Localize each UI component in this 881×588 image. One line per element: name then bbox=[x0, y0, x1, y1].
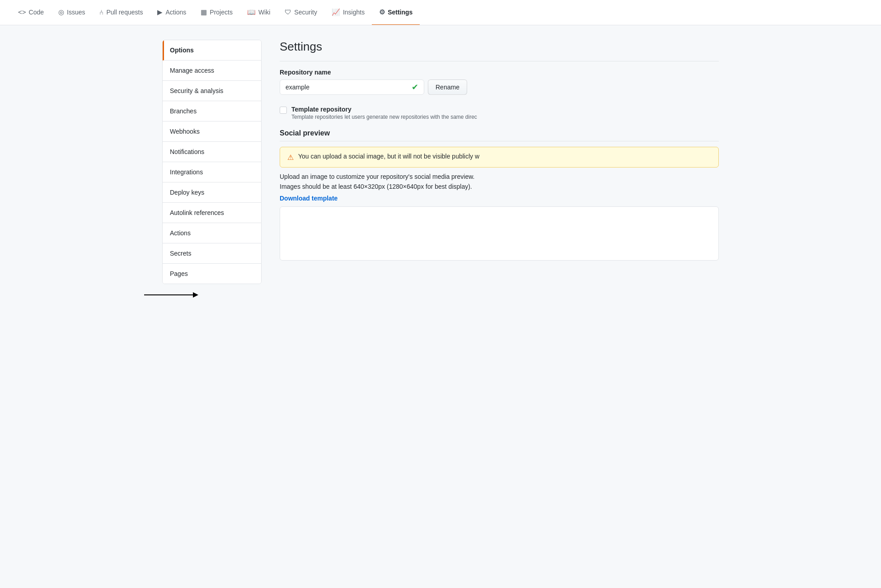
security-icon: 🛡 bbox=[285, 8, 291, 16]
nav-security[interactable]: 🛡 Security bbox=[277, 0, 324, 25]
checkmark-icon: ✔ bbox=[412, 82, 418, 92]
nav-code-label: Code bbox=[29, 9, 44, 16]
insights-icon: 📈 bbox=[332, 8, 340, 16]
nav-pull-requests[interactable]: ⑃ Pull requests bbox=[92, 0, 150, 25]
actions-icon: ▶ bbox=[157, 8, 163, 16]
nav-actions[interactable]: ▶ Actions bbox=[150, 0, 193, 25]
sidebar-item-autolink-references[interactable]: Autolink references bbox=[163, 203, 261, 223]
nav-actions-label: Actions bbox=[165, 9, 186, 16]
repo-name-input[interactable]: example ✔ bbox=[280, 79, 424, 95]
page-container: Options Manage access Security & analysi… bbox=[151, 40, 730, 304]
sidebar-item-options[interactable]: Options bbox=[163, 40, 261, 61]
sidebar-item-webhooks[interactable]: Webhooks bbox=[163, 121, 261, 142]
sidebar-item-secrets[interactable]: Secrets bbox=[163, 243, 261, 264]
template-repo-checkbox[interactable] bbox=[280, 107, 287, 114]
repo-name-value: example bbox=[286, 84, 309, 91]
nav-insights-label: Insights bbox=[343, 9, 365, 16]
sidebar: Options Manage access Security & analysi… bbox=[162, 40, 262, 284]
nav-pull-requests-label: Pull requests bbox=[106, 9, 143, 16]
template-repo-text: Template repository Template repositorie… bbox=[291, 106, 477, 120]
repo-name-section: Repository name example ✔ Rename bbox=[280, 69, 719, 95]
sidebar-item-notifications[interactable]: Notifications bbox=[163, 142, 261, 162]
warning-icon: ⚠ bbox=[287, 153, 294, 162]
arrow-indicator bbox=[144, 289, 198, 300]
warning-text: You can upload a social image, but it wi… bbox=[298, 153, 479, 160]
nav-wiki[interactable]: 📖 Wiki bbox=[240, 0, 277, 25]
nav-security-label: Security bbox=[294, 9, 317, 16]
sidebar-item-actions[interactable]: Actions bbox=[163, 223, 261, 243]
wiki-icon: 📖 bbox=[247, 8, 256, 16]
nav-settings-label: Settings bbox=[388, 9, 412, 16]
svg-marker-1 bbox=[193, 292, 198, 298]
sidebar-item-integrations[interactable]: Integrations bbox=[163, 162, 261, 182]
template-repo-label: Template repository bbox=[291, 106, 477, 113]
template-repo-section: Template repository Template repositorie… bbox=[280, 106, 719, 120]
sidebar-section: Options Manage access Security & analysi… bbox=[162, 40, 262, 304]
social-preview-heading: Social preview bbox=[280, 129, 719, 141]
sidebar-item-branches[interactable]: Branches bbox=[163, 101, 261, 121]
nav-issues-label: Issues bbox=[67, 9, 85, 16]
page-title: Settings bbox=[280, 40, 719, 61]
sidebar-item-deploy-keys[interactable]: Deploy keys bbox=[163, 182, 261, 203]
download-template-link[interactable]: Download template bbox=[280, 195, 337, 202]
upload-description: Upload an image to customize your reposi… bbox=[280, 173, 719, 180]
code-icon: <> bbox=[18, 8, 26, 16]
sidebar-item-manage-access[interactable]: Manage access bbox=[163, 61, 261, 81]
nav-wiki-label: Wiki bbox=[258, 9, 270, 16]
repo-name-input-row: example ✔ Rename bbox=[280, 79, 719, 95]
image-size-desc: Images should be at least 640×320px (128… bbox=[280, 183, 719, 190]
issues-icon: ◎ bbox=[58, 8, 64, 16]
settings-icon: ⚙ bbox=[379, 8, 385, 16]
nav-issues[interactable]: ◎ Issues bbox=[51, 0, 92, 25]
top-navigation: <> Code ◎ Issues ⑃ Pull requests ▶ Actio… bbox=[0, 0, 881, 25]
nav-settings[interactable]: ⚙ Settings bbox=[372, 0, 420, 25]
sidebar-item-pages[interactable]: Pages bbox=[163, 264, 261, 284]
template-repo-desc: Template repositories let users generate… bbox=[291, 114, 477, 120]
social-preview-warning: ⚠ You can upload a social image, but it … bbox=[280, 147, 719, 168]
projects-icon: ▦ bbox=[201, 8, 207, 16]
arrow-row bbox=[162, 286, 262, 304]
nav-insights[interactable]: 📈 Insights bbox=[324, 0, 372, 25]
sidebar-item-security-analysis[interactable]: Security & analysis bbox=[163, 81, 261, 101]
arrow-svg bbox=[144, 289, 198, 300]
nav-projects[interactable]: ▦ Projects bbox=[193, 0, 240, 25]
rename-button[interactable]: Rename bbox=[428, 79, 467, 95]
nav-code[interactable]: <> Code bbox=[11, 0, 51, 25]
repo-name-label: Repository name bbox=[280, 69, 719, 76]
image-upload-box[interactable] bbox=[280, 206, 719, 261]
social-preview-section: Social preview ⚠ You can upload a social… bbox=[280, 129, 719, 261]
content-area: Settings Repository name example ✔ Renam… bbox=[280, 40, 719, 304]
pull-requests-icon: ⑃ bbox=[99, 8, 103, 16]
nav-projects-label: Projects bbox=[210, 9, 233, 16]
